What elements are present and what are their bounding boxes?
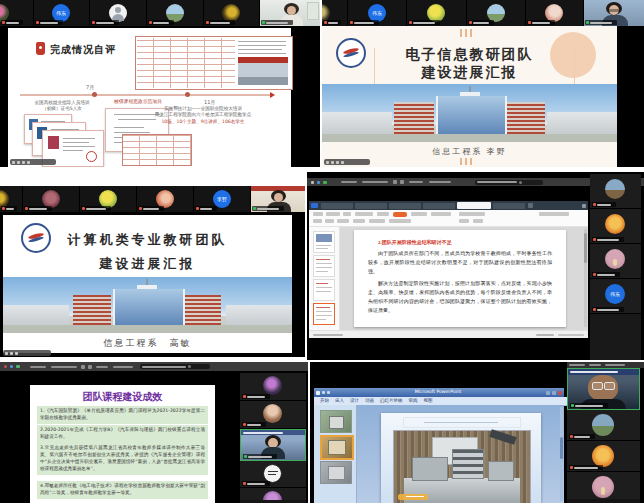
participant-tile[interactable] <box>590 244 641 279</box>
participant-tile[interactable] <box>0 0 34 26</box>
active-speaker-video-tile[interactable] <box>567 368 640 410</box>
building-roof <box>137 285 157 289</box>
doc-tab[interactable] <box>493 203 525 209</box>
close-button[interactable] <box>558 391 562 395</box>
ribbon-button-group[interactable] <box>355 212 373 216</box>
ribbon-button[interactable] <box>459 219 469 223</box>
scrollbar-thumb[interactable] <box>560 437 563 459</box>
ppt-slide[interactable] <box>381 413 541 503</box>
window-close-icon[interactable] <box>582 204 586 208</box>
page-thumbnail[interactable] <box>313 279 335 301</box>
participant-tile[interactable] <box>590 209 641 244</box>
menubar-share-button[interactable] <box>51 366 77 368</box>
doc-tab[interactable] <box>321 203 353 209</box>
ribbon-size-box[interactable] <box>343 212 351 216</box>
menu-item-insert[interactable]: 插入 <box>335 399 344 404</box>
apple-menu-icon[interactable] <box>311 181 314 184</box>
participant-tile[interactable] <box>23 186 80 212</box>
page-thumbnail[interactable] <box>313 231 335 253</box>
ribbon-button-group[interactable] <box>459 212 485 216</box>
slide-thumbnail[interactable] <box>320 461 352 484</box>
participant-tile[interactable] <box>322 0 348 26</box>
ribbon-button[interactable] <box>313 219 322 223</box>
speaker-video-tile[interactable] <box>260 0 320 26</box>
new-tab-button[interactable] <box>528 203 533 208</box>
participant-tile[interactable] <box>567 472 640 499</box>
ribbon-button[interactable] <box>313 212 323 216</box>
participant-tile[interactable] <box>0 186 23 212</box>
ribbon-button[interactable] <box>325 219 334 223</box>
app-menu-icon[interactable] <box>10 365 13 368</box>
menubar-icon[interactable] <box>81 365 85 369</box>
doc-tab[interactable] <box>423 203 455 209</box>
menu-item-slideshow[interactable]: 幻灯片放映 <box>380 399 403 404</box>
participant-tile[interactable] <box>240 373 306 401</box>
participant-tile[interactable] <box>407 0 467 26</box>
ppt-titlebar[interactable]: Microsoft PowerPoint <box>314 388 564 397</box>
doc-tab[interactable] <box>389 203 421 209</box>
participant-tile[interactable] <box>240 488 306 500</box>
ribbon-button-group[interactable] <box>431 212 451 216</box>
ribbon-highlight-button[interactable] <box>393 212 407 217</box>
slide-thumbnail-selected[interactable] <box>320 435 354 460</box>
participant-tile[interactable] <box>147 0 204 26</box>
page-thumbnail-selected[interactable] <box>313 303 335 325</box>
ribbon-button[interactable] <box>353 219 365 223</box>
menubar-icon[interactable] <box>393 180 397 184</box>
share-toolbar-pill[interactable] <box>324 159 370 165</box>
ribbon-button-group[interactable] <box>411 212 427 216</box>
minimize-button[interactable] <box>546 391 550 395</box>
meeting-title-pill[interactable] <box>475 180 543 185</box>
doc-tab-active[interactable] <box>457 202 491 209</box>
doc-tab[interactable] <box>355 203 387 209</box>
menu-item-animation[interactable]: 动画 <box>365 399 374 404</box>
participant-tile[interactable] <box>137 186 194 212</box>
menubar-icon[interactable] <box>400 180 404 184</box>
menu-item-view[interactable]: 视图 <box>424 399 433 404</box>
doc-scrollbar[interactable] <box>584 229 587 327</box>
participant-tile[interactable] <box>567 410 640 441</box>
zoom-slider[interactable] <box>558 334 584 336</box>
speaker-video-tile[interactable] <box>584 0 644 26</box>
ribbon-button[interactable] <box>389 219 411 223</box>
menu-item-home[interactable]: 开始 <box>320 399 329 404</box>
ribbon-button[interactable] <box>369 219 385 223</box>
menubar-icon[interactable] <box>88 365 92 369</box>
meeting-title-pill[interactable] <box>140 364 210 369</box>
participant-tile[interactable] <box>590 174 641 209</box>
ribbon-search-box[interactable] <box>539 212 569 216</box>
participant-tile[interactable]: 李野 <box>194 186 251 212</box>
participant-tile[interactable]: 伟东 <box>590 279 641 314</box>
app-menu-icon[interactable] <box>317 181 320 184</box>
speaker-video-tile[interactable] <box>251 186 305 212</box>
participant-tile[interactable] <box>526 0 584 26</box>
scrollbar-thumb[interactable] <box>584 233 587 263</box>
menu-item-review[interactable]: 审阅 <box>409 399 418 404</box>
participant-tile[interactable] <box>90 0 147 26</box>
share-toolbar-pill[interactable] <box>3 350 51 356</box>
participant-tile[interactable] <box>240 461 306 488</box>
participant-tile[interactable] <box>567 441 640 472</box>
document-page[interactable]: 2.团队开展阶段性总结和研讨不足 由于团队成员所在部门不同，且成员均为学校骨干教… <box>354 230 566 327</box>
participant-tile[interactable]: 伟东 <box>348 0 407 26</box>
active-speaker-video-tile[interactable] <box>240 429 306 461</box>
participant-tile[interactable] <box>80 186 137 212</box>
home-tab[interactable] <box>311 203 318 208</box>
ribbon-button-group[interactable] <box>377 212 389 216</box>
participant-tile[interactable]: 伟东 <box>34 0 90 26</box>
quick-access-icon[interactable] <box>322 391 325 394</box>
maximize-button[interactable] <box>552 391 556 395</box>
page-thumbnail[interactable] <box>313 255 335 277</box>
menubar-share-button[interactable] <box>362 181 388 183</box>
menu-item-design[interactable]: 设计 <box>350 399 359 404</box>
ppt-scrollbar[interactable] <box>560 407 563 501</box>
participant-tile[interactable] <box>204 0 260 26</box>
participant-tile[interactable] <box>240 401 306 429</box>
office-button-icon[interactable] <box>316 391 320 395</box>
ribbon-button[interactable] <box>337 219 349 223</box>
share-toolbar-pill[interactable] <box>10 159 56 165</box>
participant-tile[interactable] <box>467 0 526 26</box>
ribbon-button[interactable] <box>473 219 483 223</box>
ribbon-font-box[interactable] <box>326 212 340 216</box>
slide-thumbnail[interactable] <box>320 410 352 433</box>
